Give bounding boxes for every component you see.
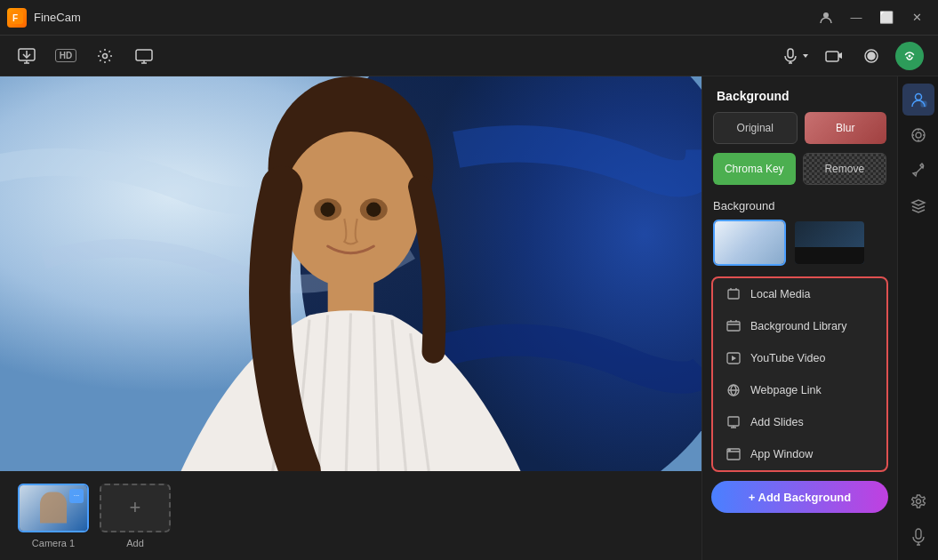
webpage-link-label: Webpage Link	[750, 384, 822, 396]
record-button[interactable]	[858, 43, 885, 69]
bg-preview-1	[715, 221, 784, 264]
strip-layers-icon[interactable]	[902, 190, 934, 222]
background-library-label: Background Library	[750, 320, 846, 332]
title-bar: F FineCam — ⬜ ✕	[0, 0, 938, 36]
video-feed	[0, 76, 701, 471]
svg-point-25	[729, 450, 731, 452]
mic-button[interactable]	[783, 48, 810, 64]
right-side: Background Original Blur Chroma Key Remo…	[701, 76, 938, 560]
toolbar-left: HD	[14, 44, 769, 68]
svg-point-29	[916, 132, 921, 138]
video-area: ··· Camera 1 + Add	[0, 76, 701, 560]
local-media-item[interactable]: Local Media	[713, 278, 886, 310]
app-title: FineCam	[34, 11, 81, 24]
add-source-item[interactable]: + Add	[100, 484, 171, 548]
svg-rect-23	[728, 417, 739, 426]
svg-point-17	[320, 202, 335, 217]
background-library-item[interactable]: Background Library	[713, 310, 886, 342]
chroma-key-mode-button[interactable]: Chroma Key	[713, 153, 796, 185]
source-options-icon[interactable]: ···	[69, 489, 84, 503]
svg-rect-5	[136, 50, 152, 60]
svg-point-13	[282, 132, 420, 288]
youtube-icon	[726, 350, 742, 366]
youtube-video-item[interactable]: YouTube Video	[713, 342, 886, 374]
title-bar-left: F FineCam	[7, 8, 81, 28]
strip-settings-icon[interactable]	[902, 485, 934, 517]
bg-section-title: Background	[702, 194, 897, 220]
svg-rect-27	[921, 101, 926, 107]
remove-mode-button[interactable]: Remove	[803, 153, 887, 185]
blur-mode-button[interactable]: Blur	[805, 112, 887, 144]
background-thumbnails	[702, 220, 897, 275]
bg-thumb-1[interactable]	[713, 220, 786, 266]
add-slides-label: Add Slides	[750, 416, 804, 428]
camera-button[interactable]	[821, 43, 847, 69]
hd-badge[interactable]: HD	[53, 44, 78, 68]
svg-rect-6	[788, 49, 793, 58]
bg-preview-2	[795, 221, 864, 264]
svg-rect-7	[826, 52, 838, 61]
strip-mic-icon[interactable]	[902, 521, 934, 553]
monitor-icon[interactable]	[132, 44, 156, 68]
svg-point-26	[915, 94, 921, 100]
app-window-label: App Window	[750, 448, 813, 460]
add-source-button[interactable]: +	[100, 484, 171, 532]
strip-tools-icon[interactable]	[902, 155, 934, 187]
camera-thumb-preview: ···	[20, 485, 87, 531]
youtube-video-label: YouTube Video	[750, 352, 825, 364]
add-slides-item[interactable]: Add Slides	[713, 406, 886, 438]
svg-point-4	[103, 53, 108, 58]
add-slides-icon	[726, 414, 742, 430]
strip-effects-icon[interactable]	[902, 119, 934, 151]
webpage-link-item[interactable]: Webpage Link	[713, 374, 886, 406]
camera-thumbnail[interactable]: ···	[18, 484, 89, 532]
camera-label: Camera 1	[32, 538, 75, 548]
video-container	[0, 76, 701, 471]
webpage-link-icon	[726, 382, 742, 398]
app-window-icon	[726, 446, 742, 462]
add-background-button[interactable]: + Add Background	[711, 481, 888, 513]
icon-strip	[897, 76, 938, 560]
profile-button[interactable]	[812, 5, 840, 30]
bg-thumb-2[interactable]	[793, 220, 866, 266]
local-media-icon	[726, 286, 742, 302]
app-window-item[interactable]: App Window	[713, 438, 886, 470]
svg-rect-20	[727, 322, 740, 331]
svg-text:F: F	[12, 13, 18, 23]
restore-button[interactable]: ⬜	[872, 5, 901, 30]
mode-row-2: Chroma Key Remove	[702, 153, 897, 194]
camera-source-item[interactable]: ··· Camera 1	[18, 484, 89, 548]
svg-point-2	[823, 12, 829, 18]
settings-icon[interactable]	[92, 44, 117, 68]
original-mode-button[interactable]: Original	[713, 112, 798, 144]
svg-point-30	[916, 500, 920, 504]
local-media-label: Local Media	[750, 288, 810, 300]
toolbar-center	[783, 42, 924, 70]
main-content: ··· Camera 1 + Add Background Original B…	[0, 76, 938, 560]
background-source-dropdown: Local Media Background Library	[711, 276, 888, 472]
svg-rect-31	[916, 529, 921, 539]
minimize-button[interactable]: —	[842, 5, 870, 30]
strip-person-icon[interactable]	[902, 84, 934, 116]
close-button[interactable]: ✕	[902, 5, 931, 30]
toolbar: HD	[0, 36, 938, 76]
svg-point-18	[366, 202, 381, 217]
source-bar: ··· Camera 1 + Add	[0, 471, 701, 560]
svg-point-28	[912, 129, 925, 141]
app-logo: F	[7, 8, 27, 28]
svg-rect-19	[728, 290, 739, 299]
add-source-label: Add	[126, 538, 144, 548]
background-library-icon	[726, 318, 742, 334]
mode-row-1: Original Blur	[702, 112, 897, 153]
title-bar-controls: — ⬜ ✕	[812, 5, 931, 30]
background-panel: Background Original Blur Chroma Key Remo…	[701, 76, 897, 560]
panel-title: Background	[702, 76, 897, 112]
svg-point-9	[868, 52, 875, 60]
live-button[interactable]	[895, 42, 924, 70]
import-icon[interactable]	[14, 44, 39, 68]
